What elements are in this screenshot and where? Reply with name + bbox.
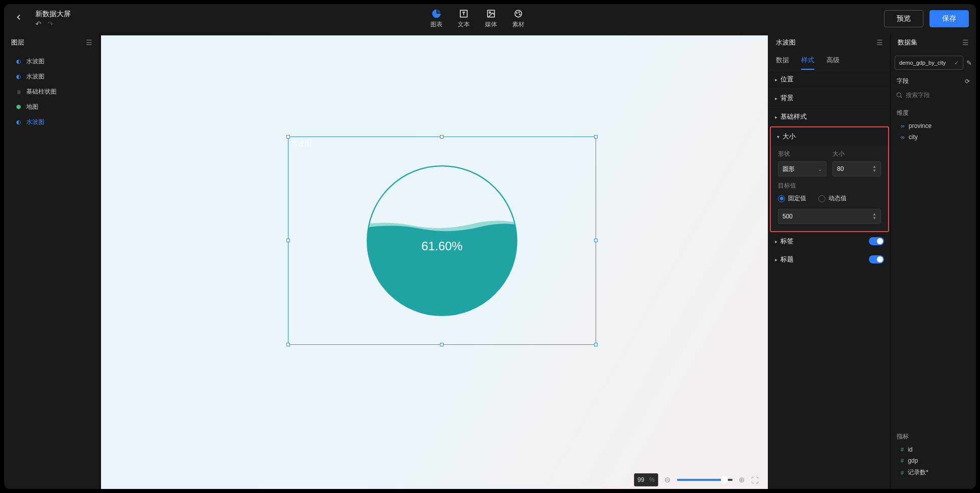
layer-item[interactable]: ◐水波图 bbox=[4, 54, 100, 69]
preview-button[interactable]: 预览 bbox=[884, 10, 923, 27]
resize-handle-sw[interactable] bbox=[286, 343, 290, 346]
metrics-header: 指标 bbox=[891, 429, 976, 444]
tab-advanced[interactable]: 高级 bbox=[826, 56, 840, 70]
section-background[interactable]: ▸背景 bbox=[769, 89, 890, 107]
radio-dot-icon bbox=[778, 195, 785, 202]
header: 新数据大屏 ↶ ↷ 图表 文本 媒体 素材 bbox=[4, 4, 976, 33]
radio-dynamic[interactable]: 动态值 bbox=[818, 194, 847, 203]
svg-point-9 bbox=[897, 93, 901, 97]
zoom-fit-icon[interactable]: ⛶ bbox=[751, 476, 759, 484]
zoom-input[interactable]: 99% bbox=[634, 473, 658, 486]
radio-fixed[interactable]: 固定值 bbox=[778, 194, 806, 203]
layer-item-selected[interactable]: ◐水波图 bbox=[4, 114, 100, 129]
resize-handle-s[interactable] bbox=[440, 343, 444, 346]
tool-label: 图表 bbox=[430, 20, 443, 29]
liquid-icon: ◐ bbox=[15, 118, 22, 125]
resize-handle-e[interactable] bbox=[594, 239, 598, 242]
tab-data[interactable]: 数据 bbox=[776, 56, 789, 70]
caret-right-icon: ▸ bbox=[775, 96, 777, 101]
zoom-in-icon[interactable]: ⊕ bbox=[739, 475, 745, 484]
selection-label: 水波图 bbox=[290, 139, 312, 148]
metric-item[interactable]: #记录数* bbox=[891, 466, 976, 479]
zoom-slider[interactable] bbox=[677, 479, 732, 481]
svg-point-4 bbox=[516, 13, 517, 14]
dataset-panel: 数据集 ☰ demo_gdp_by_city✓ ✎ 字段⟳ 搜索字段 维度 ∞p… bbox=[890, 33, 976, 489]
size-label: 大小 bbox=[832, 150, 881, 158]
bar-chart-icon: ⫼ bbox=[15, 88, 22, 95]
target-label: 目标值 bbox=[778, 182, 881, 190]
size-section-highlight: ▾大小 形状 圆形⌄ 大小 80▲▼ 目标值 bbox=[770, 126, 889, 232]
dimensions-header: 维度 bbox=[891, 106, 976, 120]
target-input[interactable]: 500▲▼ bbox=[778, 209, 881, 224]
label-toggle[interactable] bbox=[869, 237, 884, 245]
resize-handle-ne[interactable] bbox=[594, 135, 598, 139]
link-icon: ∞ bbox=[901, 134, 905, 140]
check-icon: ✓ bbox=[954, 60, 959, 66]
field-search[interactable]: 搜索字段 bbox=[896, 88, 971, 102]
slider-thumb[interactable] bbox=[721, 476, 728, 483]
hash-icon: # bbox=[901, 470, 904, 476]
fields-label: 字段 bbox=[897, 77, 909, 85]
resize-handle-nw[interactable] bbox=[286, 135, 290, 139]
redo-icon[interactable]: ↷ bbox=[47, 20, 54, 28]
canvas[interactable]: 水波图 bbox=[101, 35, 768, 489]
dataset-select[interactable]: demo_gdp_by_city✓ bbox=[895, 56, 963, 70]
liquid-value: 61.60% bbox=[366, 239, 518, 253]
metric-item[interactable]: #id bbox=[891, 444, 976, 455]
metric-item[interactable]: #gdp bbox=[891, 455, 976, 466]
tab-style[interactable]: 样式 bbox=[801, 56, 814, 70]
section-label[interactable]: ▸标签 bbox=[769, 232, 890, 250]
tool-media[interactable]: 媒体 bbox=[485, 9, 497, 29]
section-title[interactable]: ▸标题 bbox=[769, 250, 890, 268]
layers-menu-icon[interactable]: ☰ bbox=[86, 38, 92, 47]
edit-icon[interactable]: ✎ bbox=[966, 59, 972, 67]
caret-right-icon: ▸ bbox=[775, 257, 777, 262]
dimension-item[interactable]: ∞city bbox=[891, 131, 976, 143]
caret-down-icon: ▾ bbox=[777, 134, 779, 140]
title-toggle[interactable] bbox=[869, 255, 884, 263]
dimension-item[interactable]: ∞province bbox=[891, 120, 976, 131]
props-title: 水波图 bbox=[776, 38, 796, 47]
zoom-unit: % bbox=[649, 476, 655, 483]
hash-icon: # bbox=[901, 458, 904, 464]
section-position[interactable]: ▸位置 bbox=[769, 70, 890, 88]
tool-text[interactable]: 文本 bbox=[458, 9, 470, 29]
props-menu-icon[interactable]: ☰ bbox=[876, 38, 883, 47]
undo-icon[interactable]: ↶ bbox=[35, 20, 41, 28]
liquid-icon: ◐ bbox=[15, 73, 22, 80]
zoom-out-icon[interactable]: ⊖ bbox=[664, 475, 671, 484]
save-button[interactable]: 保存 bbox=[929, 10, 969, 27]
size-input[interactable]: 80▲▼ bbox=[832, 161, 881, 176]
dataset-menu-icon[interactable]: ☰ bbox=[962, 38, 969, 47]
resize-handle-se[interactable] bbox=[594, 343, 598, 346]
resize-handle-n[interactable] bbox=[440, 135, 444, 139]
spinner-icon[interactable]: ▲▼ bbox=[872, 165, 876, 173]
refresh-icon[interactable]: ⟳ bbox=[965, 78, 970, 85]
spinner-icon[interactable]: ▲▼ bbox=[872, 212, 876, 220]
layers-title: 图层 bbox=[11, 38, 24, 47]
tool-chart[interactable]: 图表 bbox=[430, 9, 443, 29]
section-size[interactable]: ▾大小 bbox=[771, 127, 888, 146]
palette-icon bbox=[513, 9, 523, 19]
layer-item[interactable]: ⬢地图 bbox=[4, 99, 100, 114]
map-icon: ⬢ bbox=[15, 103, 22, 110]
layer-item[interactable]: ⫼基础柱状图 bbox=[4, 84, 100, 99]
layer-item[interactable]: ◐水波图 bbox=[4, 69, 100, 84]
caret-right-icon: ▸ bbox=[775, 77, 777, 82]
resize-handle-w[interactable] bbox=[286, 239, 290, 242]
shape-label: 形状 bbox=[778, 150, 826, 158]
tool-material[interactable]: 素材 bbox=[512, 9, 524, 29]
radio-dot-icon bbox=[818, 195, 825, 202]
image-icon bbox=[486, 9, 496, 19]
selection-box[interactable]: 水波图 bbox=[288, 137, 596, 345]
zoom-value: 99 bbox=[638, 476, 644, 483]
search-icon bbox=[896, 92, 903, 99]
section-basic-style[interactable]: ▸基础样式 bbox=[769, 108, 890, 126]
tool-label: 媒体 bbox=[485, 20, 497, 29]
dataset-title: 数据集 bbox=[898, 38, 917, 47]
tool-label: 文本 bbox=[458, 20, 470, 29]
hash-icon: # bbox=[901, 446, 904, 453]
pie-chart-icon bbox=[431, 9, 442, 19]
back-button[interactable] bbox=[11, 10, 26, 27]
shape-select[interactable]: 圆形⌄ bbox=[778, 161, 826, 176]
